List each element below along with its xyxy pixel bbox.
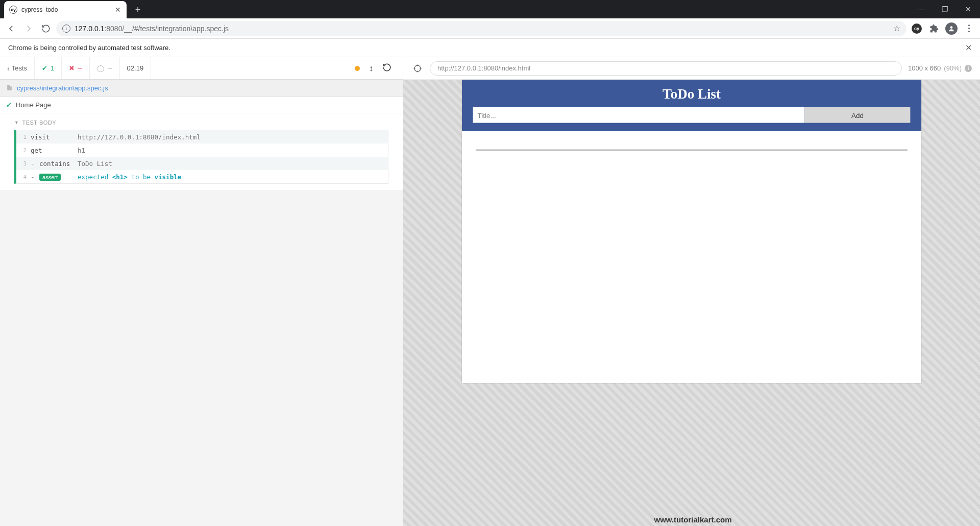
caret-down-icon: ▼	[14, 120, 19, 125]
todo-heading: ToDo List	[462, 86, 921, 102]
browser-toolbar: i 127.0.0.1:8080/__/#/tests/integration\…	[0, 18, 980, 39]
forward-button[interactable]	[21, 21, 36, 36]
cypress-favicon-icon: cy	[9, 6, 17, 14]
command-name: - contains	[31, 160, 78, 168]
extensions-icon[interactable]	[927, 21, 941, 36]
spec-file-name: cypress\integration\app.spec.js	[17, 84, 108, 92]
chevron-left-icon: ‹	[7, 64, 10, 73]
cypress-runner: ‹ Tests ✔ 1 ✖ -- ◯ -- 02.19 ↕	[0, 57, 980, 526]
browser-menu-button[interactable]	[962, 21, 976, 36]
infobar-close-icon[interactable]: ✕	[965, 43, 972, 53]
new-tab-button[interactable]: +	[131, 3, 145, 17]
command-message: ToDo List	[78, 160, 388, 168]
reload-button[interactable]	[39, 21, 53, 36]
reporter-header: ‹ Tests ✔ 1 ✖ -- ◯ -- 02.19 ↕	[0, 57, 403, 80]
tab-close-icon[interactable]: ✕	[114, 6, 121, 13]
todo-header: ToDo List Add	[462, 80, 921, 131]
minimize-button[interactable]: —	[910, 0, 933, 18]
command-row[interactable]: 1visithttp://127.0.0.1:8080/index.html	[16, 130, 388, 144]
command-number: 4	[16, 174, 31, 180]
back-button[interactable]	[4, 21, 18, 36]
command-number: 3	[16, 160, 31, 167]
pending-count: ◯ --	[90, 57, 120, 79]
command-number: 1	[16, 134, 31, 140]
circle-icon: ◯	[97, 64, 105, 72]
tab-strip: cy cypress_todo ✕ +	[0, 0, 910, 18]
test-block: ✔ Home Page ▼ TEST BODY 1visithttp://127…	[0, 97, 403, 190]
close-window-button[interactable]: ✕	[957, 0, 980, 18]
todo-form: Add	[473, 107, 911, 123]
reporter-empty-area	[0, 190, 403, 526]
aut-url-display[interactable]: http://127.0.0.1:8080/index.html	[430, 61, 902, 76]
viewport-toggle-icon[interactable]: ↕	[369, 64, 373, 73]
todo-body	[462, 131, 921, 169]
viewport-info-icon[interactable]: i	[965, 65, 972, 72]
automation-infobar: Chrome is being controlled by automated …	[0, 39, 980, 57]
bookmark-star-icon[interactable]: ☆	[893, 23, 900, 33]
command-message: http://127.0.0.1:8080/index.html	[78, 133, 388, 141]
profile-avatar[interactable]	[944, 21, 959, 36]
tab-title: cypress_todo	[21, 6, 110, 13]
browser-tab[interactable]: cy cypress_todo ✕	[4, 1, 127, 18]
todo-title-input[interactable]	[473, 107, 805, 123]
command-row[interactable]: 2geth1	[16, 144, 388, 157]
todo-divider	[476, 150, 908, 151]
aut-viewport: ToDo List Add	[403, 80, 980, 526]
cypress-extension-icon[interactable]: cy	[910, 21, 924, 36]
command-log: 1visithttp://127.0.0.1:8080/index.html2g…	[14, 130, 388, 184]
aut-iframe: ToDo List Add	[462, 80, 921, 383]
command-message: expected <h1> to be visible	[78, 173, 388, 181]
url-text: 127.0.0.1:8080/__/#/tests/integration\ap…	[75, 25, 889, 33]
svg-point-1	[414, 65, 421, 71]
check-icon: ✔	[42, 64, 47, 72]
test-title-row[interactable]: ✔ Home Page	[0, 97, 403, 113]
test-body: ▼ TEST BODY 1visithttp://127.0.0.1:8080/…	[0, 113, 403, 190]
pass-count: ✔ 1	[35, 57, 62, 79]
file-icon	[6, 84, 13, 93]
test-name: Home Page	[16, 101, 51, 109]
status-dot-icon	[355, 66, 360, 71]
browser-titlebar: cy cypress_todo ✕ + — ❐ ✕	[0, 0, 980, 18]
reporter-panel: ‹ Tests ✔ 1 ✖ -- ◯ -- 02.19 ↕	[0, 57, 403, 526]
aut-header: http://127.0.0.1:8080/index.html 1000 x …	[403, 57, 980, 80]
test-duration: 02.19	[120, 57, 152, 79]
command-row[interactable]: 4- assertexpected <h1> to be visible	[16, 170, 388, 183]
tests-back-button[interactable]: ‹ Tests	[0, 57, 35, 79]
maximize-button[interactable]: ❐	[933, 0, 957, 18]
command-row[interactable]: 3- containsToDo List	[16, 157, 388, 170]
command-name: - assert	[31, 173, 78, 181]
command-name: get	[31, 147, 78, 154]
selector-playground-button[interactable]	[411, 62, 424, 75]
rerun-tests-button[interactable]	[382, 63, 391, 74]
x-icon: ✖	[69, 64, 75, 72]
command-message: h1	[78, 147, 388, 154]
check-icon: ✔	[6, 101, 12, 109]
window-controls: — ❐ ✕	[910, 0, 980, 18]
svg-point-0	[950, 26, 953, 29]
aut-viewport-size: 1000 x 660 (90%) i	[908, 64, 972, 72]
infobar-message: Chrome is being controlled by automated …	[8, 44, 965, 52]
fail-count: ✖ --	[62, 57, 90, 79]
test-body-label[interactable]: ▼ TEST BODY	[14, 119, 388, 126]
spec-file-row[interactable]: cypress\integration\app.spec.js	[0, 80, 403, 97]
aut-panel: http://127.0.0.1:8080/index.html 1000 x …	[403, 57, 980, 526]
command-name: visit	[31, 133, 78, 141]
command-number: 2	[16, 147, 31, 154]
watermark: www.tutorialkart.com	[406, 515, 980, 524]
site-info-icon[interactable]: i	[62, 25, 70, 33]
address-bar[interactable]: i 127.0.0.1:8080/__/#/tests/integration\…	[56, 21, 906, 36]
todo-add-button[interactable]: Add	[804, 107, 910, 123]
assert-badge: assert	[39, 174, 61, 181]
